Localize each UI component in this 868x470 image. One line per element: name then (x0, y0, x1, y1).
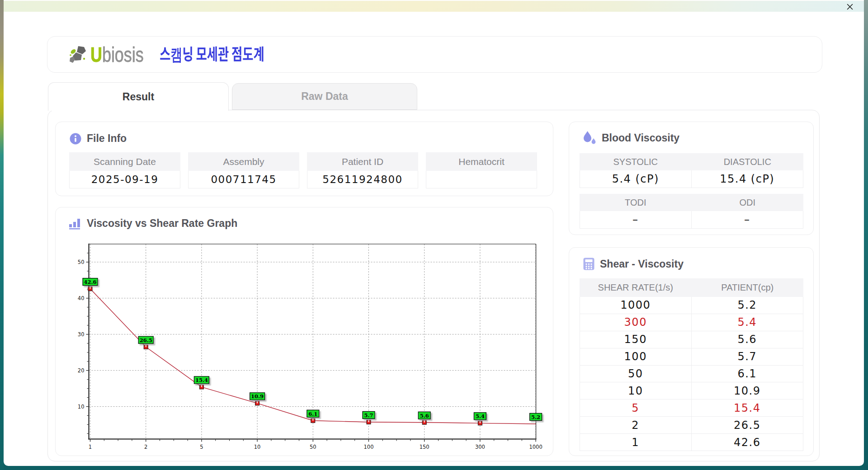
shear-rate-cell: 2 (580, 417, 692, 434)
viscosity-chart: 125105010015030010001020304050 42.626.51… (56, 207, 553, 456)
point-label-text: 6.1 (308, 411, 317, 417)
file-info-field-label: Assembly (188, 152, 299, 171)
file-info-grid: Scanning Date2025-09-19Assembly000711745… (69, 152, 540, 188)
close-button[interactable] (846, 3, 854, 11)
app-window: Ubiosis 스캠닝 모세관 점도계 Result Raw Data File… (4, 12, 864, 466)
calculator-icon (583, 258, 594, 270)
graph-card: Viscosity vs Shear Rate Graph 1251050100… (55, 207, 553, 456)
background-strip-left (0, 0, 4, 470)
droplets-icon (583, 131, 596, 145)
x-tick-label: 100 (364, 444, 374, 450)
shear-table-row: 142.6 (580, 434, 803, 451)
marker-notch (368, 420, 369, 422)
ubiosis-logo-text: Ubiosis (90, 44, 144, 65)
x-tick-label: 2 (144, 444, 147, 450)
point-label-text: 10.9 (251, 393, 264, 400)
y-tick-label: 40 (78, 295, 85, 301)
tab-raw-data[interactable]: Raw Data (232, 83, 417, 110)
file-info-field-value: 52611924800 (307, 171, 418, 188)
marker-notch (480, 421, 481, 423)
file-info-field: Patient ID52611924800 (307, 152, 418, 188)
file-info-field-label: Patient ID (307, 152, 418, 171)
patient-viscosity-cell: 26.5 (692, 417, 804, 434)
point-label-text: 5.7 (364, 412, 373, 418)
shear-rate-cell: 5 (580, 400, 692, 417)
file-info-card: File Info Scanning Date2025-09-19Assembl… (55, 122, 553, 196)
blood-table-value-cell: – (692, 211, 804, 229)
marker-notch (312, 418, 313, 421)
blood-viscosity-card: Blood Viscosity SYSTOLICDIASTOLIC5.4 (cP… (569, 122, 814, 235)
shear-rate-cell: 1 (580, 434, 692, 451)
marker-notch (257, 401, 258, 404)
shear-rate-cell: 50 (580, 366, 692, 383)
blood-table-value-cell: 15.4 (cP) (692, 170, 804, 188)
patient-viscosity-cell: 6.1 (692, 366, 804, 383)
file-info-field-value: 2025-09-19 (69, 171, 180, 188)
y-tick-label: 10 (78, 404, 85, 410)
app-title: 스캠닝 모세관 점도계 (160, 36, 264, 71)
point-label-text: 5.6 (420, 413, 429, 419)
close-icon (847, 4, 853, 10)
shear-table-header-row: SHEAR RATE(1/s) PATIENT(cp) (580, 278, 803, 297)
blood-table-header-row: SYSTOLICDIASTOLIC (580, 153, 803, 170)
blood-table-header-cell: ODI (692, 194, 804, 211)
blood-viscosity-table: TODIODI–– (580, 194, 803, 229)
file-info-field: Hematocrit (426, 152, 537, 188)
shear-table-row: 506.1 (580, 366, 803, 383)
point-label-text: 5.2 (531, 414, 540, 420)
x-tick-label: 1 (89, 444, 92, 450)
shear-table-row: 1505.6 (580, 331, 803, 348)
point-label-text: 26.5 (140, 337, 152, 343)
blood-table-header-cell: TODI (580, 194, 692, 211)
y-tick-label: 50 (78, 259, 85, 265)
x-tick-label: 5 (200, 444, 203, 450)
marker-notch (424, 420, 425, 423)
shear-rate-cell: 1000 (580, 297, 692, 314)
file-info-field: Scanning Date2025-09-19 (69, 152, 180, 188)
y-tick-label: 30 (78, 331, 85, 338)
blood-table-value-row: 5.4 (cP)15.4 (cP) (580, 170, 803, 188)
ubiosis-logo: Ubiosis (69, 46, 159, 64)
shear-rate-cell: 150 (580, 331, 692, 348)
blood-table-value-cell: – (580, 211, 692, 229)
blood-viscosity-title-row: Blood Viscosity (583, 131, 679, 145)
shear-table-row: 1005.7 (580, 348, 803, 366)
chart-series-line (88, 287, 536, 425)
patient-viscosity-cell: 5.2 (692, 297, 804, 314)
patient-viscosity-cell: 5.7 (692, 348, 804, 366)
blood-table-header-cell: DIASTOLIC (692, 153, 804, 170)
x-tick-label: 10 (254, 444, 261, 450)
file-info-field-label: Hematocrit (426, 152, 537, 171)
x-tick-label: 150 (420, 444, 429, 450)
shear-rate-cell: 300 (580, 314, 692, 331)
ubiosis-logo-icon (69, 46, 89, 64)
logo-letter-u: U (90, 43, 102, 66)
background-strip-right (864, 0, 868, 470)
shear-rate-cell: 10 (580, 382, 692, 400)
shear-viscosity-card: Shear - Viscosity SHEAR RATE(1/s) PATIEN… (569, 247, 814, 456)
blood-table-header-row: TODIODI (580, 194, 803, 211)
marker-notch (146, 345, 146, 347)
file-info-title-row: File Info (70, 132, 127, 145)
patient-viscosity-cell: 15.4 (692, 400, 804, 417)
header-card: Ubiosis 스캠닝 모세관 점도계 (47, 36, 822, 73)
shear-table-row: 1010.9 (580, 382, 803, 400)
x-tick-label: 1000 (529, 444, 542, 450)
x-tick-label: 300 (475, 444, 485, 450)
patient-viscosity-cell: 5.4 (692, 314, 804, 331)
window-titlebar (4, 0, 864, 12)
info-icon (70, 133, 81, 145)
tab-result[interactable]: Result (48, 82, 229, 111)
y-tick-label: 20 (78, 367, 85, 374)
chart-point-labels: 42.626.515.410.96.15.75.65.45.2 (83, 278, 542, 421)
file-info-field: Assembly000711745 (188, 152, 299, 188)
marker-notch (90, 287, 91, 289)
shear-viscosity-table: SHEAR RATE(1/s) PATIENT(cp) 10005.23005.… (580, 278, 803, 451)
logo-text-rest: biosis (102, 43, 144, 66)
shear-table-col-patient: PATIENT(cp) (692, 278, 804, 297)
blood-viscosity-title: Blood Viscosity (602, 132, 679, 144)
blood-table-value-cell: 5.4 (cP) (580, 170, 692, 188)
shear-table-row: 10005.2 (580, 297, 803, 314)
shear-table-row: 226.5 (580, 417, 803, 434)
shear-table-col-shear-rate: SHEAR RATE(1/s) (580, 278, 692, 297)
